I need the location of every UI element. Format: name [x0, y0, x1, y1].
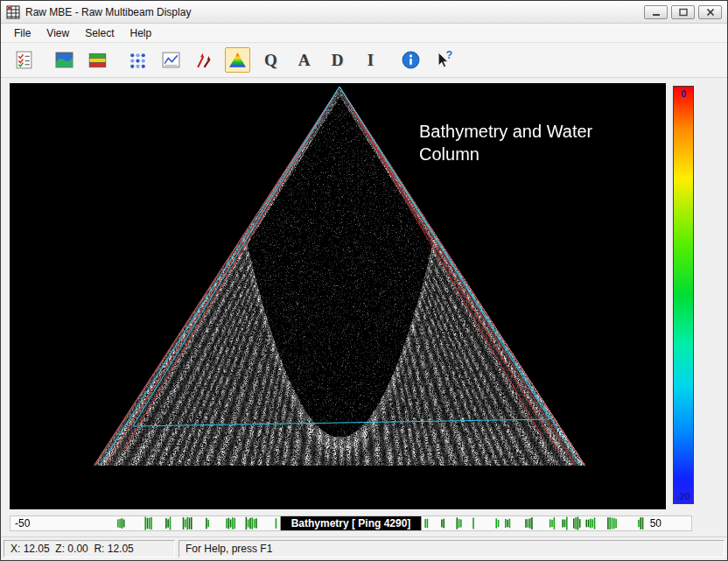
svg-text:?: ?	[446, 50, 453, 61]
app-icon	[6, 5, 20, 19]
menubar: File View Select Help	[1, 24, 727, 43]
vector-arrows-icon	[194, 50, 214, 70]
beam-matrix-icon	[128, 50, 148, 70]
amplitude-letter: A	[298, 51, 311, 70]
maximize-icon	[678, 8, 689, 17]
close-button[interactable]	[698, 5, 722, 19]
intensity-letter: I	[368, 51, 374, 70]
cursor-coordinates: X: 12.05 Z: 0.00 R: 12.05	[4, 540, 175, 557]
color-map-button[interactable]	[85, 47, 110, 73]
window-controls	[644, 5, 722, 19]
info-icon	[401, 50, 421, 70]
swath-view-button[interactable]	[52, 47, 77, 73]
sonar-display-panel[interactable]: Bathymetry and Water Column	[10, 83, 666, 509]
ping-label: Bathymetry [ Ping 4290]	[281, 516, 422, 530]
context-help-button[interactable]: ?	[431, 47, 457, 73]
titlebar[interactable]: Raw MBE - Raw Multibeam Display	[1, 1, 727, 24]
water-column-icon	[228, 50, 248, 70]
survey-checklist-icon	[14, 50, 34, 70]
display-overlay-label: Bathymetry and Water Column	[419, 120, 634, 165]
color-map-icon	[88, 50, 108, 70]
vector-arrows-button[interactable]	[192, 47, 217, 73]
display-area: Bathymetry and Water Column 0 -20 -50 50…	[1, 78, 727, 560]
beam-matrix-button[interactable]	[125, 47, 150, 73]
app-window: Raw MBE - Raw Multibeam Display File Vie…	[0, 0, 728, 561]
window-title: Raw MBE - Raw Multibeam Display	[25, 6, 191, 18]
scalebar: -50 50 Bathymetry [ Ping 4290]	[10, 515, 692, 531]
toolbar: Q A D I ?	[1, 43, 727, 78]
menu-view[interactable]: View	[38, 25, 77, 41]
scale-left-label: -50	[15, 517, 30, 529]
depth-letter: D	[332, 51, 344, 70]
menu-help[interactable]: Help	[122, 25, 160, 41]
info-button[interactable]	[398, 47, 424, 73]
context-help-icon: ?	[434, 50, 454, 70]
intensity-button[interactable]: I	[358, 47, 383, 73]
menu-file[interactable]: File	[6, 25, 38, 41]
water-column-button[interactable]	[225, 47, 250, 73]
depth-colorbar: 0 -20	[673, 86, 694, 504]
depth-button[interactable]: D	[325, 47, 350, 73]
scale-right-label: 50	[650, 517, 662, 529]
status-help-text: For Help, press F1	[178, 540, 724, 557]
minimize-button[interactable]	[644, 5, 668, 19]
profile-chart-icon	[161, 50, 181, 70]
colorbar-max-label: 0	[674, 88, 693, 99]
minimize-icon	[651, 8, 662, 17]
swath-view-icon	[54, 50, 74, 70]
profile-chart-button[interactable]	[158, 47, 184, 73]
quality-letter: Q	[264, 51, 277, 70]
maximize-button[interactable]	[671, 5, 695, 19]
survey-checklist-button[interactable]	[11, 47, 37, 73]
statusbar: X: 12.05 Z: 0.00 R: 12.05 For Help, pres…	[1, 536, 727, 559]
quality-button[interactable]: Q	[258, 47, 284, 73]
close-icon	[705, 8, 716, 17]
menu-select[interactable]: Select	[77, 25, 122, 41]
colorbar-min-label: -20	[674, 491, 693, 501]
amplitude-button[interactable]: A	[291, 47, 317, 73]
